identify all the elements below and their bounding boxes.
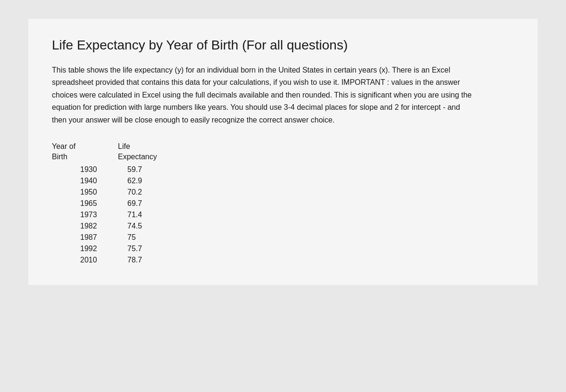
expectancy-cell: 71.4 (118, 210, 156, 220)
expectancy-cell: 59.7 (118, 164, 156, 175)
year-column-header: Year of Birth (52, 141, 118, 163)
year-cell: 1965 (80, 198, 118, 209)
description-text: This table shows the life expectancy (y)… (52, 64, 476, 126)
year-cell: 2010 (80, 255, 118, 265)
life-expectancy-column-header: Life Expectancy (118, 141, 184, 163)
page-container: Life Expectancy by Year of Birth (For al… (28, 19, 538, 285)
year-cell: 1987 (80, 232, 118, 243)
year-cell: 1940 (80, 176, 118, 186)
expectancy-cell: 70.2 (118, 187, 156, 197)
table-row: 195070.2 (80, 187, 514, 197)
table-row: 198274.5 (80, 221, 514, 231)
expectancy-cell: 75 (118, 232, 156, 243)
year-cell: 1930 (80, 164, 118, 175)
expectancy-cell: 74.5 (118, 221, 156, 231)
table-body: 193059.7194062.9195070.2196569.7197371.4… (80, 164, 514, 265)
expectancy-cell: 75.7 (118, 244, 156, 254)
table-row: 194062.9 (80, 176, 514, 186)
table-row: 198775 (80, 232, 514, 243)
expectancy-cell: 62.9 (118, 176, 156, 186)
table-row: 201078.7 (80, 255, 514, 265)
table-row: 197371.4 (80, 210, 514, 220)
expectancy-cell: 78.7 (118, 255, 156, 265)
expectancy-cell: 69.7 (118, 198, 156, 209)
year-cell: 1950 (80, 187, 118, 197)
table-row: 196569.7 (80, 198, 514, 209)
page-title: Life Expectancy by Year of Birth (For al… (52, 38, 514, 53)
year-cell: 1982 (80, 221, 118, 231)
data-table: Year of Birth Life Expectancy 193059.719… (52, 141, 514, 265)
year-cell: 1992 (80, 244, 118, 254)
table-row: 199275.7 (80, 244, 514, 254)
table-row: 193059.7 (80, 164, 514, 175)
table-header: Year of Birth Life Expectancy (52, 141, 514, 163)
year-cell: 1973 (80, 210, 118, 220)
